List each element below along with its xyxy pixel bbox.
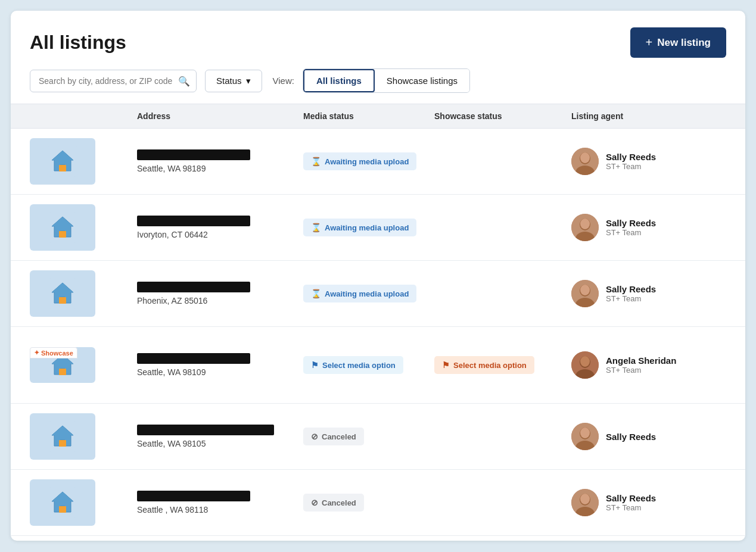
listing-thumbnail bbox=[30, 204, 95, 251]
new-listing-label: New listing bbox=[657, 37, 711, 49]
showcase-status-cell: ⚑ Select media option bbox=[434, 356, 571, 374]
media-status-cell: ⊘ Canceled bbox=[303, 428, 434, 445]
col-head-thumb bbox=[30, 111, 137, 121]
page-title: All listings bbox=[30, 32, 126, 54]
media-status-badge[interactable]: ⚑ Select media option bbox=[303, 356, 403, 374]
svg-rect-18 bbox=[59, 297, 66, 304]
svg-rect-42 bbox=[59, 506, 66, 513]
toolbar: 🔍 Status ▾ View: All listings Showcase l… bbox=[11, 68, 745, 104]
city-state-zip: Seattle, WA 98105 bbox=[137, 439, 303, 448]
flag-icon: ⚑ bbox=[442, 360, 450, 370]
address-redacted bbox=[137, 149, 250, 160]
address-cell: Seattle, WA 98109 bbox=[137, 353, 303, 377]
tab-showcase-listings[interactable]: Showcase listings bbox=[375, 69, 469, 92]
media-status-cell: ⚑ Select media option bbox=[303, 356, 434, 374]
listing-agent-cell: Angela Sheridan ST+ Team bbox=[571, 351, 726, 379]
listing-thumbnail bbox=[30, 479, 95, 526]
col-head-listing-agent: Listing agent bbox=[571, 111, 726, 121]
thumbnail-cell: ✦Showcase bbox=[30, 336, 137, 394]
city-state-zip: Phoenix, AZ 85016 bbox=[137, 296, 303, 305]
media-status-badge: ⊘ Canceled bbox=[303, 428, 364, 445]
search-input[interactable] bbox=[30, 70, 197, 92]
media-status-badge: ⌛ Awaiting media upload bbox=[303, 285, 416, 302]
svg-rect-34 bbox=[59, 440, 66, 447]
thumbnail-wrap bbox=[30, 413, 95, 460]
showcase-badge: ✦Showcase bbox=[30, 347, 77, 358]
address-cell: Phoenix, AZ 85016 bbox=[137, 282, 303, 305]
plus-icon: + bbox=[646, 36, 653, 49]
svg-rect-2 bbox=[59, 165, 66, 171]
cancel-icon: ⊘ bbox=[311, 498, 318, 507]
thumbnail-wrap bbox=[30, 204, 95, 251]
city-state-zip: Seattle, WA 98189 bbox=[137, 164, 303, 173]
svg-point-15 bbox=[580, 219, 590, 229]
table-row[interactable]: Seattle, WA 98189 ⌛ Awaiting media uploa… bbox=[11, 129, 745, 195]
avatar bbox=[571, 148, 599, 175]
col-head-showcase-status: Showcase status bbox=[434, 111, 571, 121]
star-icon: ✦ bbox=[34, 349, 39, 357]
showcase-status-badge[interactable]: ⚑ Select media option bbox=[434, 356, 534, 374]
chevron-down-icon: ▾ bbox=[246, 76, 251, 86]
address-redacted bbox=[137, 425, 274, 435]
table-row[interactable]: Ivoryton, CT 06442 ⌛ Awaiting media uplo… bbox=[11, 195, 745, 261]
agent-info: Sally Reeds ST+ Team bbox=[606, 493, 656, 512]
city-state-zip: Seattle, WA 98109 bbox=[137, 367, 303, 377]
status-filter-button[interactable]: Status ▾ bbox=[205, 70, 262, 92]
svg-point-23 bbox=[580, 285, 590, 295]
agent-team: ST+ Team bbox=[606, 366, 676, 375]
media-status-cell: ⌛ Awaiting media upload bbox=[303, 219, 434, 236]
house-icon bbox=[30, 138, 95, 185]
address-redacted bbox=[137, 353, 250, 364]
thumbnail-wrap bbox=[30, 479, 95, 526]
hourglass-icon: ⌛ bbox=[311, 157, 321, 166]
listing-thumbnail bbox=[30, 138, 95, 185]
thumbnail-cell bbox=[30, 479, 137, 526]
thumbnail-cell bbox=[30, 204, 137, 251]
table-row[interactable]: Seattle, WA 98105 ⊘ Canceled Sally Reeds bbox=[11, 404, 745, 470]
listing-agent-cell: Sally Reeds ST+ Team bbox=[571, 489, 726, 516]
listing-agent-cell: Sally Reeds ST+ Team bbox=[571, 214, 726, 241]
table-row[interactable]: Seattle , WA 98118 ⊘ Canceled Sally Reed… bbox=[11, 470, 745, 536]
search-icon: 🔍 bbox=[178, 75, 190, 86]
address-cell: Seattle, WA 98105 bbox=[137, 425, 303, 448]
agent-info: Sally Reeds ST+ Team bbox=[606, 284, 656, 303]
address-cell: Seattle , WA 98118 bbox=[137, 491, 303, 514]
header: All listings + New listing bbox=[11, 11, 745, 68]
agent-name: Sally Reeds bbox=[606, 432, 656, 442]
listing-thumbnail bbox=[30, 270, 95, 317]
agent-info: Sally Reeds bbox=[606, 432, 656, 442]
search-wrap: 🔍 bbox=[30, 70, 197, 92]
table-row[interactable]: ✦Showcase Seattle, WA 98109 ⚑ Select med… bbox=[11, 327, 745, 404]
avatar bbox=[571, 214, 599, 241]
col-head-media-status: Media status bbox=[303, 111, 434, 121]
svg-point-47 bbox=[580, 494, 590, 504]
avatar bbox=[571, 489, 599, 516]
house-icon bbox=[30, 204, 95, 251]
svg-rect-26 bbox=[59, 369, 66, 375]
agent-team: ST+ Team bbox=[606, 162, 656, 171]
thumbnail-cell bbox=[30, 270, 137, 317]
agent-name: Sally Reeds bbox=[606, 218, 656, 228]
tab-all-listings[interactable]: All listings bbox=[303, 69, 375, 92]
table-row[interactable]: Phoenix, AZ 85016 ⌛ Awaiting media uploa… bbox=[11, 261, 745, 327]
svg-point-7 bbox=[580, 152, 590, 163]
main-card: All listings + New listing 🔍 Status ▾ Vi… bbox=[11, 11, 745, 541]
listing-thumbnail bbox=[30, 413, 95, 460]
cancel-icon: ⊘ bbox=[311, 432, 318, 441]
address-redacted bbox=[137, 282, 250, 292]
svg-rect-10 bbox=[59, 231, 66, 238]
house-icon bbox=[30, 270, 95, 317]
city-state-zip: Seattle , WA 98118 bbox=[137, 505, 303, 514]
view-tabs: All listings Showcase listings bbox=[303, 68, 470, 93]
thumbnail-cell bbox=[30, 138, 137, 185]
address-cell: Ivoryton, CT 06442 bbox=[137, 216, 303, 239]
agent-team: ST+ Team bbox=[606, 228, 656, 237]
agent-info: Sally Reeds ST+ Team bbox=[606, 152, 656, 171]
thumbnail-cell bbox=[30, 413, 137, 460]
agent-info: Sally Reeds ST+ Team bbox=[606, 218, 656, 237]
new-listing-button[interactable]: + New listing bbox=[630, 27, 726, 58]
avatar bbox=[571, 423, 599, 450]
agent-team: ST+ Team bbox=[606, 294, 656, 303]
avatar bbox=[571, 351, 599, 379]
media-status-badge: ⌛ Awaiting media upload bbox=[303, 152, 416, 170]
